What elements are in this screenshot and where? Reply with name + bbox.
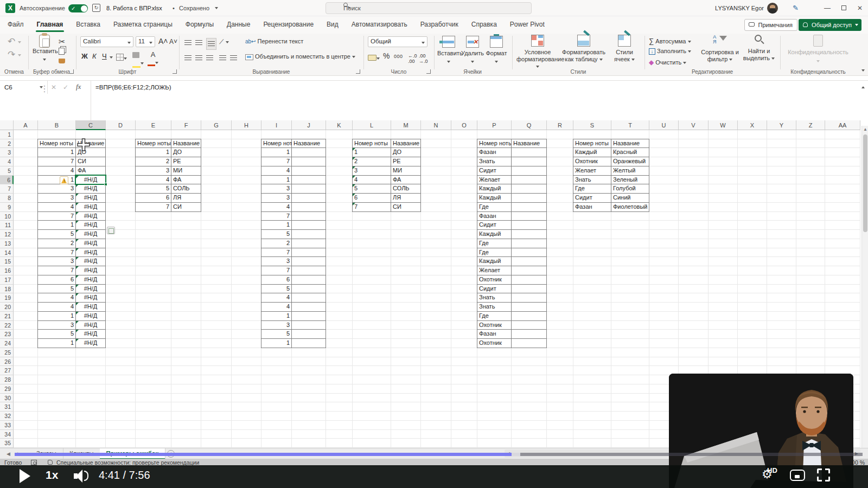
- menu-tab-Вставка[interactable]: Вставка: [69, 16, 107, 33]
- header-cell[interactable]: Номер ноты: [477, 139, 512, 149]
- cell[interactable]: Фазан: [477, 148, 512, 157]
- column-header-J[interactable]: J: [292, 120, 326, 130]
- alignment-dialog-launcher[interactable]: [356, 69, 360, 74]
- cell[interactable]: Сидит: [573, 194, 611, 203]
- row-header-23[interactable]: 23: [0, 330, 14, 339]
- row-header-3[interactable]: 3: [0, 148, 14, 157]
- cell[interactable]: 3: [38, 321, 76, 330]
- row-header-8[interactable]: 8: [0, 194, 14, 203]
- cell-styles-button[interactable]: Стили ячеек: [608, 35, 641, 63]
- search-input[interactable]: Поиск: [326, 2, 532, 14]
- cell[interactable]: [292, 248, 326, 258]
- cell[interactable]: Где: [477, 248, 512, 258]
- row-header-5[interactable]: 5: [0, 166, 14, 176]
- cell[interactable]: [512, 212, 547, 221]
- cell[interactable]: МИ: [171, 166, 201, 176]
- cell[interactable]: Фазан: [477, 330, 512, 339]
- increase-indent-icon[interactable]: [230, 53, 237, 63]
- cell[interactable]: 3: [38, 194, 76, 203]
- row-header-20[interactable]: 20: [0, 303, 14, 312]
- cell[interactable]: СОЛЬ: [171, 184, 201, 194]
- cell[interactable]: 4: [353, 176, 391, 185]
- cell[interactable]: #Н/Д: [76, 285, 106, 294]
- cell[interactable]: 6: [38, 275, 76, 285]
- cell[interactable]: 4: [38, 303, 76, 312]
- orientation-button[interactable]: ⟋: [219, 38, 229, 46]
- cell[interactable]: Охотник: [477, 321, 512, 330]
- cell[interactable]: [292, 184, 326, 194]
- header-cell[interactable]: Номер ноты: [353, 139, 391, 149]
- cell[interactable]: Желает: [477, 176, 512, 185]
- insert-cells-button[interactable]: Вставить: [437, 36, 460, 66]
- cell[interactable]: [512, 176, 547, 185]
- pen-mode-icon[interactable]: ✎: [793, 4, 799, 12]
- cell[interactable]: Сидит: [477, 285, 512, 294]
- cut-icon[interactable]: ✂: [59, 37, 66, 47]
- cell[interactable]: 3: [38, 184, 76, 194]
- row-header-30[interactable]: 30: [0, 394, 14, 403]
- cell[interactable]: 5: [136, 184, 171, 194]
- cell[interactable]: [292, 339, 326, 348]
- column-header-Q[interactable]: Q: [512, 120, 547, 130]
- menu-tab-Вид[interactable]: Вид: [320, 16, 345, 33]
- menu-tab-Рецензирование[interactable]: Рецензирование: [257, 16, 320, 33]
- row-header-18[interactable]: 18: [0, 285, 14, 294]
- cell[interactable]: [292, 194, 326, 203]
- progress-handle[interactable]: [512, 453, 520, 456]
- fullscreen-button[interactable]: [817, 468, 830, 481]
- cell[interactable]: 7: [38, 157, 76, 166]
- cell[interactable]: ЛЯ: [171, 194, 201, 203]
- close-button[interactable]: ✕: [852, 0, 868, 16]
- column-header-T[interactable]: T: [611, 120, 649, 130]
- cell[interactable]: Фазан: [477, 212, 512, 221]
- cell[interactable]: 1: [261, 339, 292, 348]
- align-middle-icon[interactable]: [195, 38, 202, 48]
- scroll-up-icon[interactable]: ▲: [863, 127, 867, 132]
- cell[interactable]: 7: [38, 266, 76, 275]
- cell[interactable]: Желтый: [611, 166, 649, 176]
- cell[interactable]: СИ: [391, 203, 421, 212]
- font-dialog-launcher[interactable]: [173, 69, 177, 74]
- cell[interactable]: 3: [261, 184, 292, 194]
- cell[interactable]: 2: [261, 239, 292, 248]
- cell[interactable]: Каждый: [477, 194, 512, 203]
- row-header-9[interactable]: 9: [0, 203, 14, 212]
- cell[interactable]: Желает: [573, 166, 611, 176]
- collapse-ribbon-icon[interactable]: [861, 69, 865, 72]
- row-header-13[interactable]: 13: [0, 239, 14, 248]
- cell[interactable]: [292, 203, 326, 212]
- cell[interactable]: РЕ: [171, 157, 201, 166]
- column-header-S[interactable]: S: [573, 120, 611, 130]
- cell[interactable]: СИ: [76, 157, 106, 166]
- autosave-toggle[interactable]: ✓: [68, 4, 88, 12]
- cell[interactable]: [292, 166, 326, 176]
- cell[interactable]: 5: [261, 330, 292, 339]
- cell[interactable]: Каждый: [477, 257, 512, 266]
- clipboard-dialog-launcher[interactable]: [69, 69, 74, 74]
- underline-caret[interactable]: [110, 56, 113, 59]
- cell[interactable]: Каждый: [573, 148, 611, 157]
- cell[interactable]: 4: [38, 293, 76, 303]
- cell[interactable]: #Н/Д: [76, 266, 106, 275]
- cell[interactable]: 1: [38, 312, 76, 321]
- cell[interactable]: [512, 221, 547, 230]
- wrap-text-button[interactable]: ab↩ Перенести текст: [245, 38, 303, 44]
- menu-tab-Автоматизировать[interactable]: Автоматизировать: [345, 16, 414, 33]
- row-header-19[interactable]: 19: [0, 293, 14, 303]
- cell[interactable]: [292, 221, 326, 230]
- cell[interactable]: Зеленый: [611, 176, 649, 185]
- row-header-33[interactable]: 33: [0, 421, 14, 430]
- column-header-M[interactable]: M: [391, 120, 421, 130]
- cell[interactable]: 3: [261, 194, 292, 203]
- error-warning-button[interactable]: !: [60, 176, 68, 184]
- column-header-U[interactable]: U: [649, 120, 679, 130]
- cell[interactable]: [512, 184, 547, 194]
- row-header-14[interactable]: 14: [0, 248, 14, 258]
- cell[interactable]: 6: [261, 275, 292, 285]
- cell[interactable]: 7: [353, 203, 391, 212]
- number-format-combo[interactable]: Общий: [368, 36, 427, 47]
- cell[interactable]: 4: [261, 293, 292, 303]
- column-header-V[interactable]: V: [679, 120, 709, 130]
- cell[interactable]: 3: [353, 166, 391, 176]
- column-header-B[interactable]: B: [38, 120, 76, 130]
